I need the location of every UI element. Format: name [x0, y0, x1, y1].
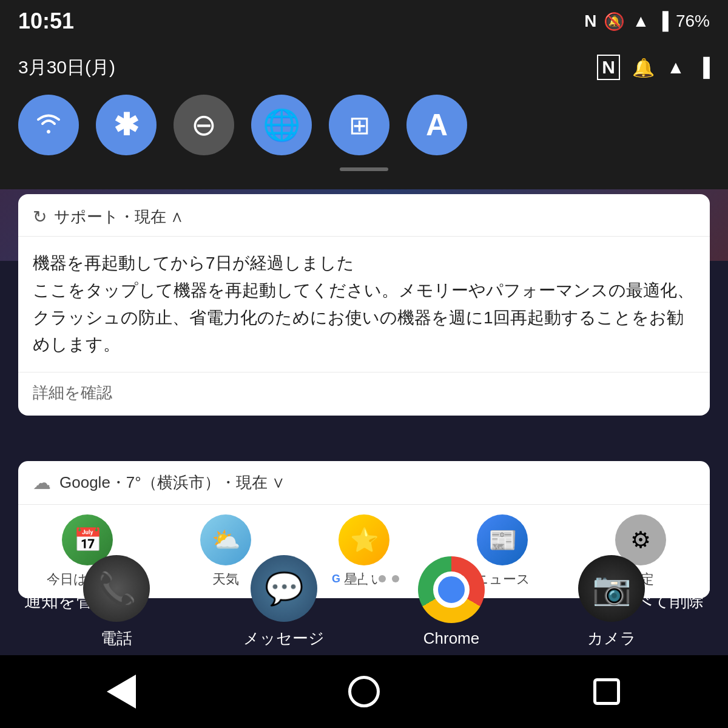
home-button[interactable] — [346, 673, 382, 710]
support-notification-card[interactable]: ↻ サポート・現在 ∧ 機器を再起動してから7日が経過しましたここをタップして機… — [18, 194, 710, 416]
mute-icon: 🔕 — [604, 12, 625, 32]
quick-date-icons: N 🔔 ▲ ▐ — [597, 55, 710, 80]
home-dock: 📞 電話 💬 メッセージ Chrome 📷 カメラ — [0, 555, 728, 649]
font-toggle[interactable]: A — [406, 95, 467, 155]
quick-date-row: 3月30日(月) N 🔔 ▲ ▐ — [18, 55, 710, 80]
nfc-quick-icon: N — [597, 55, 620, 80]
sound-quick-icon: 🔔 — [632, 57, 655, 78]
dnd-toggle[interactable]: ⊖ — [174, 95, 234, 155]
dnd-toggle-icon: ⊖ — [191, 107, 217, 143]
wifi-toggle[interactable] — [18, 95, 79, 155]
battery-level: 76% — [676, 12, 710, 31]
dock-chrome[interactable]: Chrome — [418, 556, 485, 648]
status-time: 10:51 — [18, 8, 74, 34]
notif-body-text: 機器を再起動してから7日が経過しましたここをタップして機器を再起動してください。… — [33, 250, 695, 359]
chrome-icon — [418, 556, 485, 623]
status-bar: 10:51 N 🔕 ▲ ▐ 76% — [0, 0, 728, 42]
messages-label: メッセージ — [243, 628, 325, 649]
nfc-icon: N — [584, 12, 596, 31]
globe-toggle-icon: 🌐 — [263, 107, 300, 143]
wifi-toggle-icon — [33, 107, 64, 143]
notif-header: ↻ サポート・現在 ∧ — [18, 194, 710, 237]
bluetooth-toggle-icon: ✱ — [113, 107, 139, 143]
back-button[interactable] — [103, 673, 140, 710]
weather-title: Google・7°（横浜市）・現在 ∨ — [59, 472, 695, 493]
bluetooth-toggle[interactable]: ✱ — [96, 95, 157, 155]
notif-action-link[interactable]: 詳細を確認 — [33, 383, 112, 402]
phone-label: 電話 — [101, 628, 132, 649]
messages-icon: 💬 — [251, 555, 317, 622]
dock-phone[interactable]: 📞 電話 — [83, 555, 150, 649]
status-icons: N 🔕 ▲ ▐ 76% — [584, 12, 710, 32]
dock-camera[interactable]: 📷 カメラ — [578, 555, 645, 649]
font-toggle-icon: A — [426, 107, 448, 143]
signal-icon: ▐ — [656, 12, 669, 31]
chrome-label: Chrome — [423, 629, 479, 648]
signal-quick-icon: ▐ — [697, 57, 710, 78]
calc-toggle[interactable]: ⊞ — [329, 95, 389, 155]
calc-toggle-icon: ⊞ — [349, 110, 370, 140]
home-icon — [348, 676, 380, 707]
handle-bar-graphic — [340, 167, 388, 171]
wifi-icon: ▲ — [632, 12, 649, 31]
recent-icon — [593, 678, 620, 705]
dock-messages[interactable]: 💬 メッセージ — [243, 555, 325, 649]
notif-action[interactable]: 詳細を確認 — [18, 372, 710, 416]
back-icon — [107, 675, 136, 709]
notif-refresh-icon: ↻ — [33, 207, 47, 227]
camera-icon: 📷 — [578, 555, 645, 622]
nav-bar — [0, 655, 728, 728]
quick-settings-panel: 3月30日(月) N 🔔 ▲ ▐ ✱ ⊖ 🌐 — [0, 42, 728, 189]
phone-icon: 📞 — [83, 555, 150, 622]
globe-toggle[interactable]: 🌐 — [251, 95, 312, 155]
wifi-quick-icon: ▲ — [667, 57, 685, 78]
panel-handle — [18, 167, 710, 171]
weather-header: ☁ Google・7°（横浜市）・現在 ∨ — [18, 461, 710, 505]
weather-cloud-icon: ☁ — [33, 472, 51, 493]
quick-toggles: ✱ ⊖ 🌐 ⊞ A — [18, 95, 710, 155]
notif-header-title: サポート・現在 ∧ — [54, 206, 695, 228]
recent-button[interactable] — [588, 673, 625, 710]
camera-label: カメラ — [587, 628, 636, 649]
quick-date: 3月30日(月) — [18, 55, 115, 80]
notif-body: 機器を再起動してから7日が経過しましたここをタップして機器を再起動してください。… — [18, 237, 710, 372]
